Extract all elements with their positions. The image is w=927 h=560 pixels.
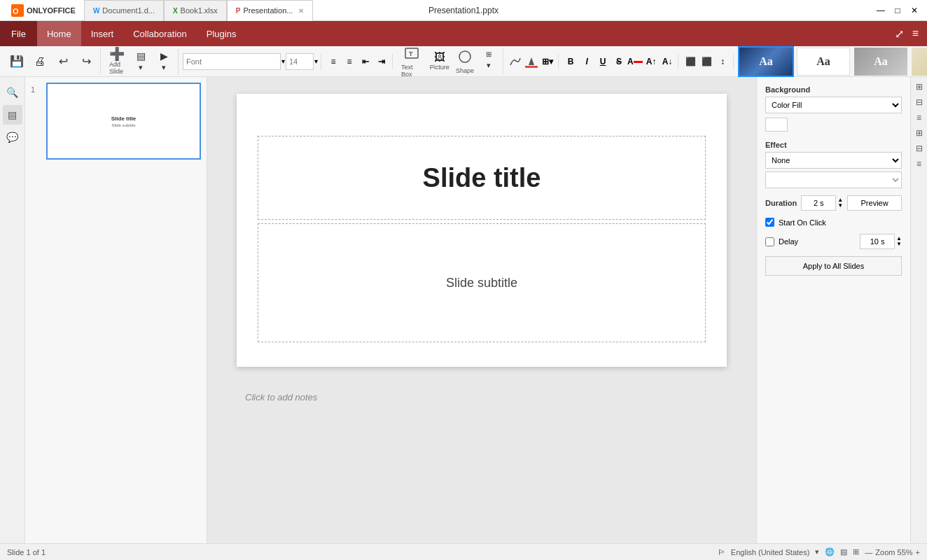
align-center-button[interactable]: ⬛ [699, 54, 714, 69]
delay-down[interactable]: ▼ [896, 241, 902, 247]
font-size-dropdown-icon[interactable]: ▾ [314, 57, 318, 65]
right-panel-icon-2[interactable]: ⊟ [912, 95, 926, 109]
minimize-button[interactable]: — [874, 4, 888, 18]
tab-document[interactable]: W Document1.d... [84, 0, 164, 21]
delay-spinner[interactable]: ▲ ▼ [896, 236, 902, 247]
print-button[interactable]: 🖨 [29, 48, 51, 75]
theme-gray[interactable]: Aa [853, 46, 909, 77]
font-dropdown-icon[interactable]: ▾ [281, 57, 285, 65]
title-text-box[interactable]: Slide title [258, 136, 706, 220]
menu-file[interactable]: File [0, 21, 37, 46]
start-on-click-checkbox[interactable] [765, 218, 774, 227]
status-bar: Slide 1 of 1 🏳 English (United States) ▾… [0, 543, 927, 560]
play-button[interactable]: ▶ ▾ [153, 48, 175, 75]
slides-sidebar-icon[interactable]: ▤ [3, 105, 22, 125]
arrange-button[interactable]: ⊞ ▾ [478, 48, 500, 75]
duration-spinner[interactable]: ▲ ▼ [837, 197, 843, 209]
language-dropdown-icon[interactable]: ▾ [815, 547, 819, 556]
redo-button[interactable]: ↪ [75, 48, 97, 75]
maximize-button[interactable]: □ [891, 4, 905, 18]
close-button[interactable]: ✕ [907, 4, 921, 18]
slide-canvas[interactable]: Slide title Slide subtitle [237, 94, 727, 367]
delay-input[interactable] [860, 234, 895, 249]
shape-button[interactable]: Shape [453, 48, 477, 75]
duration-down[interactable]: ▼ [837, 203, 843, 209]
menu-plugins-label: Plugins [207, 29, 237, 39]
play-dropdown-icon[interactable]: ▾ [157, 62, 171, 73]
apply-all-slides-button[interactable]: Apply to All Slides [765, 256, 902, 276]
slide-number: 1 [31, 83, 41, 94]
save-button[interactable]: 💾 [6, 48, 28, 75]
world-icon[interactable]: 🌐 [825, 547, 835, 556]
layout-icon-status[interactable]: ▤ [840, 547, 847, 556]
font-color-button[interactable]: A [627, 54, 643, 69]
add-slide-icon: ➕ [109, 48, 125, 60]
delay-checkbox[interactable] [765, 237, 774, 246]
numbered-list-button[interactable]: ≡ [342, 54, 357, 69]
menu-home[interactable]: Home [37, 21, 81, 46]
app-logo: O ONLYOFFICE [6, 4, 81, 17]
right-panel-icon-6[interactable]: ≡ [912, 157, 926, 171]
add-slide-button[interactable]: ➕ Add Slide [105, 48, 129, 75]
menu-collaboration[interactable]: Collaboration [123, 21, 197, 46]
close-tab-icon[interactable]: ✕ [298, 7, 304, 15]
theme-blue[interactable]: Aa [738, 46, 794, 77]
fill-color-button[interactable] [524, 54, 539, 69]
slide-thumbnail-1[interactable]: Slide title Slide subtitle [46, 83, 201, 160]
tab-presentation[interactable]: P Presentation... ✕ [227, 0, 314, 21]
picture-button[interactable]: 🖼 Picture [427, 48, 452, 75]
menu-more-icon[interactable]: ≡ [909, 24, 921, 43]
italic-button[interactable]: I [579, 54, 594, 69]
right-panel-icon-3[interactable]: ≡ [912, 111, 926, 125]
font-size-inc-button[interactable]: A↑ [643, 54, 659, 69]
text-box-button[interactable]: T Text Box [397, 48, 426, 75]
zoom-level: Zoom 55% [875, 548, 912, 556]
theme-colored[interactable]: Aa [910, 46, 927, 77]
background-select[interactable]: Color Fill Gradient Fill Picture Fill Pa… [765, 97, 902, 113]
undo-button[interactable]: ↩ [52, 48, 74, 75]
decrease-indent-button[interactable]: ⇤ [358, 54, 373, 69]
comments-sidebar-icon[interactable]: 💬 [3, 127, 22, 147]
duration-input[interactable] [801, 195, 836, 211]
search-sidebar-icon[interactable]: 🔍 [3, 83, 22, 102]
font-size-input[interactable] [286, 53, 314, 70]
ppt-icon: P [236, 7, 241, 15]
bullet-list-button[interactable]: ≡ [326, 54, 341, 69]
background-color-swatch[interactable] [765, 118, 788, 132]
strikethrough-button[interactable]: S [611, 54, 627, 69]
theme-plain[interactable]: Aa [795, 46, 851, 77]
layout-dropdown-icon[interactable]: ▾ [134, 62, 148, 73]
effect-sub-select[interactable] [765, 172, 902, 188]
slide-layout-button[interactable]: ▤ ▾ [130, 48, 152, 75]
font-size-dec-button[interactable]: A↓ [660, 54, 675, 69]
effect-select[interactable]: None Fade Push Wipe [765, 152, 902, 169]
notes-bar[interactable]: Click to add notes [237, 384, 727, 411]
zoom-out-button[interactable]: — [865, 548, 872, 556]
bold-button[interactable]: B [563, 54, 578, 69]
right-panel-icon-1[interactable]: ⊞ [912, 80, 926, 94]
toolbar-insert-group: T Text Box 🖼 Picture Shape ⊞ ▾ [394, 48, 503, 75]
grid-icon-status[interactable]: ⊞ [853, 547, 859, 556]
notes-placeholder: Click to add notes [245, 392, 317, 402]
align-right-button[interactable]: ↕ [715, 54, 730, 69]
zoom-in-button[interactable]: + [916, 548, 920, 556]
increase-indent-button[interactable]: ⇥ [374, 54, 389, 69]
menu-insert[interactable]: Insert [81, 21, 124, 46]
align-left-button[interactable]: ⬛ [683, 54, 698, 69]
tab-book[interactable]: X Book1.xlsx [164, 0, 227, 21]
format-button[interactable]: ⊞▾ [540, 54, 555, 69]
tab-xls-label: Book1.xlsx [181, 6, 218, 15]
menu-plugins[interactable]: Plugins [197, 21, 246, 46]
subtitle-text-box[interactable]: Slide subtitle [258, 223, 706, 342]
right-panel-icon-5[interactable]: ⊟ [912, 141, 926, 155]
app-name: ONLYOFFICE [27, 6, 76, 15]
expand-view-icon[interactable]: ⤢ [892, 24, 907, 43]
slide-panel: 1 Slide title Slide subtitle [25, 77, 207, 543]
freeform-button[interactable] [508, 54, 523, 69]
arrange-dropdown[interactable]: ▾ [482, 59, 496, 73]
underline-button[interactable]: U [595, 54, 611, 69]
right-panel-icon-4[interactable]: ⊞ [912, 126, 926, 140]
font-family-input[interactable] [183, 53, 281, 70]
preview-button[interactable]: Preview [847, 195, 902, 211]
picture-label: Picture [430, 64, 449, 71]
